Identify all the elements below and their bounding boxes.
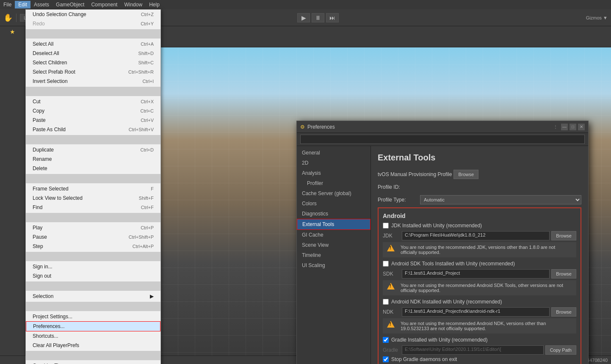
tvos-row: tvOS Manual Provisioning Profile Browse — [378, 169, 581, 179]
menu-selection[interactable]: Selection ▶ — [26, 292, 160, 301]
pref-item-external-tools[interactable]: External Tools — [297, 219, 370, 230]
jdk-checkbox-row: JDK Installed with Unity (recommended) — [383, 223, 576, 229]
preferences-window: ⚙ Preferences ⋮ — □ ✕ General 2D Analysi… — [296, 121, 589, 364]
menu-cut[interactable]: Cut Ctrl+X — [26, 97, 160, 106]
gradle-copy-path-button[interactable]: Copy Path — [545, 345, 576, 355]
separator-4 — [26, 174, 160, 183]
menu-delete[interactable]: Delete — [26, 164, 160, 173]
menu-sign-in[interactable]: Sign in... — [26, 262, 160, 271]
menu-sign-out[interactable]: Sign out — [26, 271, 160, 281]
jdk-warning-box: You are not using the recommended JDK, v… — [383, 242, 576, 257]
menu-select-children[interactable]: Select Children Shift+C — [26, 58, 160, 67]
menu-edit[interactable]: Edit — [15, 1, 30, 8]
sdk-checkbox[interactable] — [383, 261, 389, 267]
menu-copy[interactable]: Copy Ctrl+C — [26, 106, 160, 116]
menu-window[interactable]: Window — [121, 1, 146, 8]
hand-tool[interactable]: ✋ — [3, 13, 13, 22]
sdk-browse-button[interactable]: Browse — [551, 269, 576, 279]
jdk-browse-button[interactable]: Browse — [551, 231, 576, 240]
menu-paste[interactable]: Paste Ctrl+V — [26, 116, 160, 125]
separator-6 — [26, 252, 160, 261]
pref-item-analysis[interactable]: Analysis — [297, 168, 370, 178]
menu-duplicate[interactable]: Duplicate Ctrl+D — [26, 145, 160, 154]
step-button[interactable]: ⏭ — [326, 13, 339, 22]
separator-7 — [26, 281, 160, 291]
titlebar-buttons: ⋮ — □ ✕ — [552, 124, 585, 130]
pref-item-ui-scaling[interactable]: UI Scaling — [297, 260, 370, 270]
sdk-warning-box: You are not using the recommended Androi… — [383, 280, 576, 295]
menu-preferences[interactable]: Preferences... — [26, 321, 160, 331]
stop-gradle-checkbox[interactable] — [383, 356, 389, 362]
menu-find[interactable]: Find Ctrl+F — [26, 203, 160, 212]
pref-item-2d[interactable]: 2D — [297, 158, 370, 168]
menu-step[interactable]: Step Ctrl+Alt+P — [26, 242, 160, 251]
menu-invert-selection[interactable]: Invert Selection Ctrl+I — [26, 77, 160, 86]
separator-1 — [26, 29, 160, 39]
preferences-search-input[interactable] — [300, 135, 585, 144]
jdk-checkbox[interactable] — [383, 223, 389, 229]
ndk-browse-button[interactable]: Browse — [551, 307, 576, 317]
menu-help[interactable]: Help — [146, 1, 163, 8]
pref-item-cache[interactable]: Cache Server (global) — [297, 188, 370, 199]
menu-shortcuts[interactable]: Shortcuts... — [26, 331, 160, 341]
menu-select-all[interactable]: Select All Ctrl+A — [26, 39, 160, 49]
preferences-content: External Tools tvOS Manual Provisioning … — [371, 146, 588, 364]
play-button[interactable]: ▶ — [297, 13, 310, 22]
tvos-browse-button[interactable]: Browse — [453, 170, 478, 179]
pref-item-profiler[interactable]: Profiler — [297, 178, 370, 188]
top-menubar: File Edit Assets GameObject Component Wi… — [0, 0, 611, 9]
close-button[interactable]: ✕ — [578, 124, 585, 130]
menu-project-settings[interactable]: Project Settings... — [26, 312, 160, 321]
ndk-checkbox[interactable] — [383, 299, 389, 305]
profile-type-select[interactable]: Automatic — [420, 195, 581, 204]
pref-item-general[interactable]: General — [297, 148, 370, 158]
preferences-sidebar: General 2D Analysis Profiler Cache Serve… — [297, 146, 371, 364]
star-icon: ★ — [0, 27, 25, 37]
menu-paste-as-child[interactable]: Paste As Child Ctrl+Shift+V — [26, 125, 160, 134]
gradle-checkbox[interactable] — [383, 337, 389, 343]
titlebar-menu-icon[interactable]: ⋮ — [552, 124, 559, 130]
menu-pause[interactable]: Pause Ctrl+Shift+P — [26, 232, 160, 242]
menu-gameobject[interactable]: GameObject — [53, 1, 88, 8]
jdk-row: JDK C:\Program Files\HuaWei\jdk1.8.0_212… — [383, 231, 576, 240]
menu-select-prefab-root[interactable]: Select Prefab Root Ctrl+Shift+R — [26, 67, 160, 77]
pref-item-diagnostics[interactable]: Diagnostics — [297, 209, 370, 219]
stop-gradle-row: Stop Gradle daemons on exit — [383, 356, 576, 362]
menu-play[interactable]: Play Ctrl+P — [26, 223, 160, 232]
android-section: Android JDK Installed with Unity (recomm… — [378, 207, 581, 364]
minimize-button[interactable]: — — [561, 124, 568, 130]
gradle-checkbox-row: Gradle Installed with Unity (recommended… — [383, 337, 576, 343]
profile-type-row: Profile Type: Automatic — [378, 195, 581, 205]
left-panel: ≡ H + ▼ ★ — [0, 9, 25, 364]
maximize-button[interactable]: □ — [570, 124, 576, 130]
ndk-warning-box: You are not using the recommended Androi… — [383, 318, 576, 334]
menu-frame-selected[interactable]: Frame Selected F — [26, 184, 160, 193]
pref-item-gi-cache[interactable]: GI Cache — [297, 230, 370, 240]
menu-lock-view[interactable]: Lock View to Selected Shift+F — [26, 193, 160, 203]
menu-graphics-tier[interactable]: Graphics Tier ▶ — [26, 361, 160, 364]
menu-undo[interactable]: Undo Selection Change Ctrl+Z — [26, 10, 160, 19]
profile-id-row: Profile ID: — [378, 182, 581, 192]
sdk-warning-icon — [387, 283, 395, 290]
preferences-titlebar: ⚙ Preferences ⋮ — □ ✕ — [297, 121, 588, 133]
menu-redo: Redo Ctrl+Y — [26, 19, 160, 28]
menu-file[interactable]: File — [0, 1, 15, 8]
jdk-path-display: C:\Program Files\HuaWei\jdk1.8.0_212 — [402, 231, 550, 240]
editor-area: File Edit Assets GameObject Component Wi… — [0, 0, 611, 364]
menu-clear-playerprefs[interactable]: Clear All PlayerPrefs — [26, 341, 160, 350]
separator-8 — [26, 302, 160, 311]
pref-item-timeline[interactable]: Timeline — [297, 250, 370, 260]
menu-component[interactable]: Component — [88, 1, 121, 8]
edit-menu-dropdown: Undo Selection Change Ctrl+Z Redo Ctrl+Y… — [25, 9, 161, 364]
pref-item-colors[interactable]: Colors — [297, 199, 370, 209]
menu-rename[interactable]: Rename — [26, 154, 160, 164]
pause-button[interactable]: ⏸ — [312, 13, 324, 22]
menu-assets[interactable]: Assets — [30, 1, 53, 8]
sdk-path-display: F:\1.test\1.Android_Project — [402, 269, 550, 279]
gizmos-label: Gizmos ▼ — [586, 15, 608, 20]
pref-item-scene-view[interactable]: Scene View — [297, 240, 370, 250]
play-controls: ▶ ⏸ ⏭ — [297, 13, 339, 22]
gradle-path-display: E:\Software\Unity Editor\2020.1.15f1c1\E… — [402, 345, 544, 355]
ndk-checkbox-row: Android NDK Installed with Unity (recomm… — [383, 299, 576, 305]
menu-deselect-all[interactable]: Deselect All Shift+D — [26, 49, 160, 58]
